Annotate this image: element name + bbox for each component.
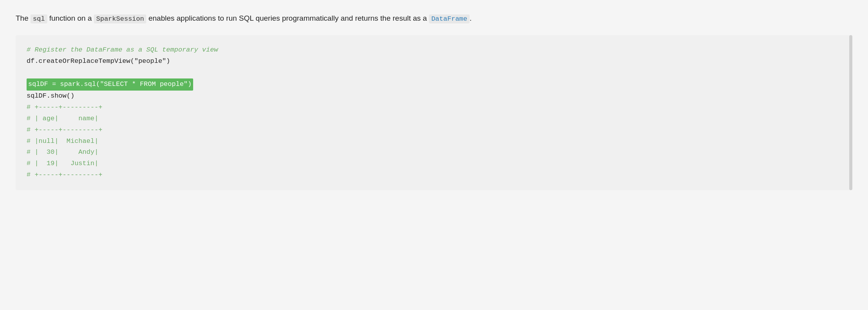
description-paragraph: The sql function on a SparkSession enabl… <box>16 12 852 24</box>
code-output-header: # | age| name| <box>27 113 841 125</box>
code-output-row2: # | 30| Andy| <box>27 147 841 158</box>
code-show-line: sqlDF.show() <box>27 91 841 102</box>
code-output-sep3: # +-----+---------+ <box>27 169 841 181</box>
code-output-sep2: # +-----+---------+ <box>27 125 841 136</box>
code-block: # Register the DataFrame as a SQL tempor… <box>16 35 852 190</box>
code-output-row1: # |null| Michael| <box>27 136 841 147</box>
code-output-sep1: # +-----+---------+ <box>27 102 841 113</box>
prose-middle2: enables applications to run SQL queries … <box>146 14 429 22</box>
code-blank <box>27 67 841 78</box>
prose-middle1: function on a <box>47 14 94 22</box>
sparksession-inline-code: SparkSession <box>94 14 146 23</box>
scrollbar[interactable] <box>849 35 852 190</box>
prose-period: . <box>470 14 472 22</box>
code-output-row3: # | 19| Justin| <box>27 158 841 169</box>
sql-inline-code: sql <box>30 14 47 23</box>
code-create-view: df.createOrReplaceTempView("people") <box>27 56 841 67</box>
dataframe-link[interactable]: DataFrame <box>429 14 470 23</box>
code-sql-query-line: sqlDF = spark.sql("SELECT * FROM people"… <box>27 78 841 91</box>
highlighted-sql: sqlDF = spark.sql("SELECT * FROM people"… <box>27 78 193 91</box>
code-comment-line: # Register the DataFrame as a SQL tempor… <box>27 45 841 56</box>
prose-before-sql: The <box>16 14 30 22</box>
